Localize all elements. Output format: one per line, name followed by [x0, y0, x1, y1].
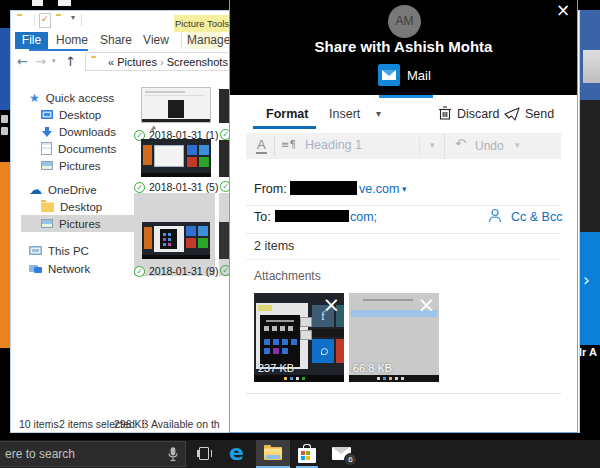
file-name: 2018-01-31 (9): [149, 265, 218, 277]
sync-check-icon: ✓: [134, 266, 145, 277]
undo-label: Undo: [475, 139, 504, 153]
cc-bcc-button[interactable]: Cc & Bcc: [511, 210, 562, 224]
to-address[interactable]: com;: [350, 210, 377, 224]
file-item-2[interactable]: ✓ 2018-01-31 (5): [134, 181, 218, 193]
subject-field[interactable]: 2 items: [254, 239, 294, 253]
from-label: From:: [254, 182, 287, 196]
mail-badge: 6: [344, 453, 357, 466]
file-item-3[interactable]: ✓ 2018-01-31 (9): [134, 265, 218, 277]
nav-back-icon[interactable]: ←: [17, 54, 28, 69]
paragraph-format-icon[interactable]: ≡¶: [281, 139, 296, 150]
ribbon-accent-line: [29, 49, 88, 51]
discard-button[interactable]: Discard: [439, 104, 501, 124]
tab-separator: [181, 32, 182, 49]
star-icon: ★: [29, 91, 40, 105]
from-chevron-icon[interactable]: ▾: [402, 184, 407, 194]
file-thumbnail[interactable]: [141, 139, 211, 177]
mail-app-icon: [378, 64, 400, 86]
qat-customize-icon[interactable]: ▾: [71, 13, 75, 22]
breadcrumb: « Pictures › Screenshots: [108, 56, 228, 68]
file-name: 2018-01-31 (5): [149, 181, 218, 193]
store-button[interactable]: [297, 444, 317, 464]
remove-attachment-icon[interactable]: ×: [322, 295, 340, 316]
picture-icon: [41, 219, 53, 228]
sidebar-item-this-pc[interactable]: This PC: [29, 242, 147, 259]
edge-browser-button[interactable]: e: [229, 440, 244, 465]
send-button[interactable]: Send: [504, 104, 560, 124]
font-format-button[interactable]: A: [256, 137, 267, 154]
share-dialog-header: × AM Share with Ashish Mohta Mail: [230, 0, 577, 95]
qat-separator: [81, 14, 82, 26]
breadcrumb-crumb[interactable]: Screenshots: [167, 56, 228, 68]
pc-icon: [29, 246, 42, 255]
trash-icon: [439, 106, 451, 120]
file-thumbnail[interactable]: [141, 87, 211, 123]
attachment-size: 237 KB: [258, 362, 294, 374]
attachment-size: 66.8 KB: [353, 362, 392, 374]
attachment-1[interactable]: f 237 KB ×: [254, 293, 344, 382]
ribbon-expand-chevron-icon[interactable]: ▾: [376, 108, 381, 119]
nav-recent-chevron-icon[interactable]: ▾: [52, 57, 56, 65]
from-address[interactable]: ve.com: [359, 182, 399, 196]
tab-file[interactable]: File: [15, 32, 48, 49]
picture-icon: [41, 161, 53, 170]
tab-format[interactable]: Format: [266, 107, 308, 121]
qat-separator: [34, 14, 35, 26]
sidebar-item-quick-access[interactable]: ★ Quick access: [29, 89, 147, 106]
status-availability: Available on th: [151, 418, 220, 430]
picture-tools-label: Picture Tools: [174, 15, 230, 32]
explorer-folder-icon: [264, 447, 282, 460]
sidebar-item-onedrive[interactable]: ☁ OneDrive: [29, 181, 147, 198]
background-right-blue-panel: ›: [580, 232, 600, 345]
search-input[interactable]: ere to search: [5, 447, 75, 461]
heading-chevron-icon[interactable]: ▾: [430, 140, 435, 150]
add-contact-icon[interactable]: [488, 208, 502, 223]
qat-properties-icon[interactable]: ✓: [39, 13, 51, 28]
monitor-icon: [41, 110, 53, 119]
sidebar-item-network[interactable]: Network: [29, 260, 147, 277]
address-bar[interactable]: « Pictures › Screenshots: [85, 52, 237, 71]
file-explorer-button[interactable]: [256, 440, 290, 468]
nav-forward-icon[interactable]: →: [35, 54, 46, 69]
discard-label: Discard: [457, 107, 499, 121]
folder-icon: [41, 202, 54, 212]
network-icon: [29, 264, 42, 273]
document-icon: [41, 142, 52, 155]
attachment-2[interactable]: 66.8 KB ×: [349, 293, 439, 382]
attachments-label: Attachments: [254, 269, 321, 283]
send-label: Send: [525, 107, 554, 121]
remove-attachment-icon[interactable]: ×: [417, 295, 435, 316]
status-total: 10 items: [19, 418, 59, 430]
background-right-window: [580, 10, 600, 100]
taskbar-search-box[interactable]: ere to search: [0, 441, 186, 467]
mail-button[interactable]: 6: [332, 446, 356, 464]
to-redaction: [275, 210, 349, 222]
tab-share[interactable]: Share: [100, 32, 132, 49]
tab-view[interactable]: View: [141, 32, 171, 49]
tab-manage[interactable]: Manage: [187, 32, 221, 49]
close-icon[interactable]: ×: [556, 0, 570, 20]
file-thumbnail[interactable]: [142, 222, 210, 259]
breadcrumb-crumb[interactable]: Pictures: [117, 56, 157, 68]
undo-icon[interactable]: ↶: [455, 136, 466, 151]
background-top-mark: [32, 0, 43, 6]
from-redaction: [290, 181, 357, 195]
background-left-glyph-marks: [1, 115, 8, 123]
tab-insert[interactable]: Insert: [329, 107, 360, 121]
mail-app-target[interactable]: Mail: [378, 64, 458, 88]
task-view-button[interactable]: [197, 447, 212, 461]
download-arrow-icon: [41, 127, 53, 137]
background-left-blue-strip: [0, 28, 10, 110]
undo-chevron-icon[interactable]: ▾: [515, 140, 520, 150]
avatar: AM: [388, 5, 421, 38]
background-right-dark-panel: [580, 100, 600, 232]
microphone-icon[interactable]: [168, 447, 178, 462]
taskbar: ere to search e 6: [0, 440, 600, 468]
share-dialog: × AM Share with Ashish Mohta Mail Format…: [229, 0, 578, 433]
heading-style-dropdown[interactable]: Heading 1: [305, 138, 362, 152]
tab-format-underline: [253, 126, 316, 129]
tab-home[interactable]: Home: [56, 32, 88, 49]
nav-up-icon[interactable]: ↑: [65, 54, 76, 69]
share-dialog-title: Share with Ashish Mohta: [230, 38, 577, 55]
mail-app-label: Mail: [407, 68, 431, 83]
